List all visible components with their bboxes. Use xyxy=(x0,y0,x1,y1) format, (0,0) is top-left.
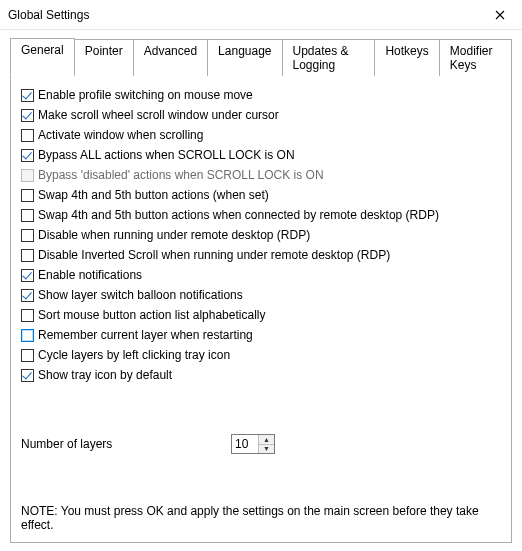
checkbox[interactable] xyxy=(21,309,34,322)
window-title: Global Settings xyxy=(8,8,89,22)
checkbox-label: Show tray icon by default xyxy=(38,367,172,384)
option-swap-4th-5th[interactable]: Swap 4th and 5th button actions (when se… xyxy=(21,187,501,204)
number-of-layers-label: Number of layers xyxy=(21,437,221,451)
checkbox[interactable] xyxy=(21,189,34,202)
option-swap-4th-5th-rdp[interactable]: Swap 4th and 5th button actions when con… xyxy=(21,207,501,224)
dialog-content: General Pointer Advanced Language Update… xyxy=(0,30,522,551)
number-of-layers-input[interactable] xyxy=(232,435,258,453)
number-of-layers-row: Number of layers ▲ ▼ xyxy=(21,434,501,454)
checkbox-label: Bypass 'disabled' actions when SCROLL LO… xyxy=(38,167,324,184)
checkbox[interactable] xyxy=(21,249,34,262)
checkbox[interactable] xyxy=(21,89,34,102)
checkbox[interactable] xyxy=(21,269,34,282)
checkbox-label: Sort mouse button action list alphabetic… xyxy=(38,307,265,324)
tab-updates-logging[interactable]: Updates & Logging xyxy=(282,39,376,76)
checkbox-label: Show layer switch balloon notifications xyxy=(38,287,243,304)
checkbox-label: Enable notifications xyxy=(38,267,142,284)
spinner-buttons: ▲ ▼ xyxy=(258,435,274,453)
option-remember-current-layer[interactable]: Remember current layer when restarting xyxy=(21,327,501,344)
option-show-tray-icon[interactable]: Show tray icon by default xyxy=(21,367,501,384)
checkbox-label: Remember current layer when restarting xyxy=(38,327,253,344)
close-icon xyxy=(495,10,505,20)
checkbox-label: Bypass ALL actions when SCROLL LOCK is O… xyxy=(38,147,295,164)
tab-panel-general: Enable profile switching on mouse move M… xyxy=(10,74,512,543)
checkbox[interactable] xyxy=(21,229,34,242)
checkbox[interactable] xyxy=(21,109,34,122)
tab-modifier-keys[interactable]: Modifier Keys xyxy=(439,39,512,76)
option-bypass-all-scroll-lock[interactable]: Bypass ALL actions when SCROLL LOCK is O… xyxy=(21,147,501,164)
option-sort-alphabetically[interactable]: Sort mouse button action list alphabetic… xyxy=(21,307,501,324)
checkbox[interactable] xyxy=(21,369,34,382)
checkbox[interactable] xyxy=(21,349,34,362)
option-disable-inverted-scroll-rdp[interactable]: Disable Inverted Scroll when running und… xyxy=(21,247,501,264)
spinner-up[interactable]: ▲ xyxy=(259,435,274,445)
checkbox xyxy=(21,169,34,182)
option-bypass-disabled-scroll-lock: Bypass 'disabled' actions when SCROLL LO… xyxy=(21,167,501,184)
spinner-down[interactable]: ▼ xyxy=(259,445,274,454)
checkbox[interactable] xyxy=(21,329,34,342)
checkbox-label: Swap 4th and 5th button actions (when se… xyxy=(38,187,269,204)
option-enable-profile-switching[interactable]: Enable profile switching on mouse move xyxy=(21,87,501,104)
option-scroll-under-cursor[interactable]: Make scroll wheel scroll window under cu… xyxy=(21,107,501,124)
note-text: NOTE: You must press OK and apply the se… xyxy=(21,504,501,532)
number-of-layers-spinner[interactable]: ▲ ▼ xyxy=(231,434,275,454)
checkbox-label: Make scroll wheel scroll window under cu… xyxy=(38,107,279,124)
tab-language[interactable]: Language xyxy=(207,39,282,76)
option-disable-under-rdp[interactable]: Disable when running under remote deskto… xyxy=(21,227,501,244)
tab-general[interactable]: General xyxy=(10,38,75,75)
option-cycle-layers-tray[interactable]: Cycle layers by left clicking tray icon xyxy=(21,347,501,364)
checkbox-label: Enable profile switching on mouse move xyxy=(38,87,253,104)
option-layer-switch-balloon[interactable]: Show layer switch balloon notifications xyxy=(21,287,501,304)
checkbox[interactable] xyxy=(21,129,34,142)
tab-hotkeys[interactable]: Hotkeys xyxy=(374,39,439,76)
dialog-buttons: OK Cancel xyxy=(10,543,512,551)
checkbox[interactable] xyxy=(21,209,34,222)
options-list: Enable profile switching on mouse move M… xyxy=(21,87,501,384)
checkbox-label: Disable when running under remote deskto… xyxy=(38,227,310,244)
titlebar: Global Settings xyxy=(0,0,522,30)
option-enable-notifications[interactable]: Enable notifications xyxy=(21,267,501,284)
close-button[interactable] xyxy=(477,0,522,30)
checkbox-label: Cycle layers by left clicking tray icon xyxy=(38,347,230,364)
tab-strip: General Pointer Advanced Language Update… xyxy=(10,38,512,75)
tab-pointer[interactable]: Pointer xyxy=(74,39,134,76)
checkbox-label: Activate window when scrolling xyxy=(38,127,203,144)
option-activate-window-scrolling[interactable]: Activate window when scrolling xyxy=(21,127,501,144)
checkbox-label: Swap 4th and 5th button actions when con… xyxy=(38,207,439,224)
checkbox[interactable] xyxy=(21,289,34,302)
checkbox[interactable] xyxy=(21,149,34,162)
checkbox-label: Disable Inverted Scroll when running und… xyxy=(38,247,390,264)
tab-advanced[interactable]: Advanced xyxy=(133,39,208,76)
